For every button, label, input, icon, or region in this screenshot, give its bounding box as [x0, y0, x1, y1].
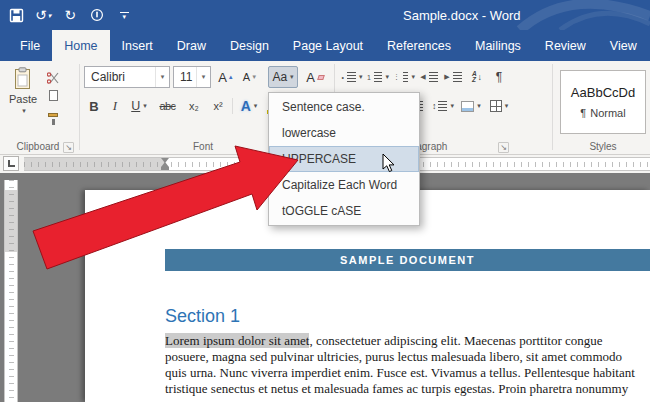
- titlebar-decoration: [510, 0, 650, 30]
- ruler-ticks: [9, 180, 14, 402]
- decrease-indent-button[interactable]: ◀: [418, 66, 440, 88]
- subscript-button[interactable]: x₂: [183, 95, 205, 117]
- format-painter-button[interactable]: [44, 106, 62, 123]
- change-case-button[interactable]: Aa ▾: [268, 66, 298, 88]
- tab-insert[interactable]: Insert: [110, 30, 165, 61]
- paste-button[interactable]: Paste ▾: [6, 66, 40, 138]
- tab-mailings[interactable]: Mailings: [463, 30, 533, 61]
- body-line-rest: , consectetuer adipiscing elit. Maecenas…: [309, 333, 602, 348]
- group-separator: [79, 64, 80, 150]
- case-menu-item-lowercase[interactable]: lowercase: [269, 120, 419, 146]
- scissors-icon: [47, 72, 59, 84]
- selected-text[interactable]: Lorem ipsum dolor sit amet: [165, 333, 309, 348]
- multilevel-list-button[interactable]: ⋮ ▾: [392, 66, 416, 88]
- chevron-down-icon: ▾: [290, 73, 294, 81]
- vertical-ruler[interactable]: [4, 180, 18, 402]
- touch-mode-icon[interactable]: [89, 5, 105, 25]
- indent-lines-icon: [453, 72, 462, 82]
- superscript-button[interactable]: x²: [207, 95, 229, 117]
- tab-references[interactable]: References: [375, 30, 463, 61]
- style-preview-text: AaBbCcDd: [571, 85, 635, 100]
- chevron-down-icon: ▾: [48, 12, 52, 19]
- bullets-button[interactable]: • ▾: [340, 66, 364, 88]
- font-size-select[interactable]: 11 ▾: [173, 66, 211, 88]
- window-title: Sample.docx - Word: [403, 8, 521, 23]
- body-text[interactable]: Lorem ipsum dolor sit amet, consectetuer…: [165, 333, 650, 397]
- style-normal[interactable]: AaBbCcDd ¶ Normal: [560, 70, 646, 134]
- sort-az-icon: AZ: [472, 71, 477, 83]
- font-size-value: 11: [180, 70, 192, 84]
- body-line: quis urna. Nunc viverra imperdiet enim. …: [165, 365, 650, 381]
- tab-stop-selector[interactable]: [3, 156, 19, 171]
- chevron-down-icon: ▾: [254, 102, 258, 110]
- spacing-lines-icon: [438, 101, 447, 111]
- numbering-button[interactable]: 1 ▾: [366, 66, 390, 88]
- text-effects-button[interactable]: A ▾: [236, 95, 262, 117]
- tab-view[interactable]: View: [598, 30, 649, 61]
- tab-design[interactable]: Design: [218, 30, 281, 61]
- show-formatting-marks-button[interactable]: ¶: [490, 66, 508, 88]
- style-name-text: Normal: [590, 107, 625, 119]
- left-indent-marker[interactable]: [161, 167, 169, 170]
- multilevel-list-icon: [403, 72, 408, 82]
- font-family-value: Calibri: [91, 70, 125, 84]
- shrink-font-button[interactable]: A▼: [239, 66, 261, 88]
- redo-icon[interactable]: ↻: [62, 5, 78, 25]
- undo-icon[interactable]: ↺▾: [35, 5, 51, 25]
- tab-draw[interactable]: Draw: [165, 30, 218, 61]
- increase-indent-button[interactable]: ▶: [442, 66, 464, 88]
- paragraph-dialog-launcher[interactable]: ↘: [498, 142, 509, 153]
- italic-button[interactable]: I: [106, 95, 124, 117]
- paste-clipboard-icon: [13, 67, 33, 91]
- body-line: posuere, magna sed pulvinar ultricies, p…: [165, 349, 650, 365]
- save-icon[interactable]: [8, 5, 24, 25]
- case-menu-item-uppercase[interactable]: UPPERCASE: [269, 146, 419, 172]
- chevron-down-icon: ▾: [450, 102, 454, 110]
- tab-home[interactable]: Home: [52, 30, 109, 61]
- section-heading[interactable]: Section 1: [165, 306, 240, 327]
- sort-button[interactable]: AZ↓: [466, 66, 488, 88]
- clipboard-dialog-launcher[interactable]: ↘: [63, 142, 74, 153]
- copy-button[interactable]: [44, 88, 62, 103]
- customize-qat-icon[interactable]: ▾: [116, 5, 132, 25]
- case-menu-item-toggle[interactable]: tOGGLE cASE: [269, 198, 419, 224]
- font-family-select[interactable]: Calibri ▾: [84, 66, 170, 88]
- body-line: Lorem ipsum dolor sit amet, consectetuer…: [165, 333, 650, 349]
- bullet-list-icon: [347, 72, 356, 82]
- style-pilcrow-icon: ¶: [580, 107, 586, 119]
- line-spacing-button[interactable]: ↕ ▾: [430, 95, 456, 117]
- shading-icon: [461, 101, 474, 112]
- format-painter-icon: [48, 113, 58, 117]
- strikethrough-button[interactable]: abc: [154, 95, 181, 117]
- chevron-down-icon: ▾: [411, 73, 415, 81]
- tab-file[interactable]: File: [8, 30, 52, 61]
- shading-button[interactable]: ▾: [458, 95, 484, 117]
- cut-button[interactable]: [44, 70, 62, 85]
- chevron-down-icon: ▾: [155, 67, 169, 87]
- underline-button[interactable]: U ▾: [126, 95, 152, 117]
- chevron-down-icon: ▾: [385, 73, 389, 81]
- button-separator: [232, 98, 233, 114]
- chevron-down-icon: ▾: [22, 107, 26, 115]
- clear-formatting-button[interactable]: A: [302, 66, 328, 88]
- bold-button[interactable]: B: [84, 95, 104, 117]
- triangle-up-icon: ▲: [228, 74, 234, 80]
- updown-arrow-icon: ↕: [432, 101, 437, 111]
- tab-page-layout[interactable]: Page Layout: [281, 30, 375, 61]
- numbered-list-icon: [374, 72, 383, 82]
- word-window: ↺▾ ↻ ▾ Sample.docx - Word File Home Inse…: [0, 0, 650, 402]
- change-case-menu: Sentence case. lowercase UPPERCASE Capit…: [268, 92, 420, 226]
- tab-review[interactable]: Review: [533, 30, 598, 61]
- case-menu-item-sentence[interactable]: Sentence case.: [269, 94, 419, 120]
- arrow-left-icon: ◀: [420, 73, 425, 81]
- document-title-banner: SAMPLE DOCUMENT: [165, 249, 650, 271]
- grow-font-button[interactable]: A▲: [215, 66, 237, 88]
- copy-icon: [49, 90, 58, 101]
- borders-button[interactable]: ▾: [486, 95, 512, 117]
- chevron-down-icon: ▾: [505, 102, 509, 110]
- case-menu-item-capitalize[interactable]: Capitalize Each Word: [269, 172, 419, 198]
- body-line: tristique senectus et netus et malesuada…: [165, 381, 650, 397]
- tab-stop-icon: [8, 160, 15, 167]
- chevron-down-icon: ▾: [477, 102, 481, 110]
- group-separator: [552, 64, 553, 150]
